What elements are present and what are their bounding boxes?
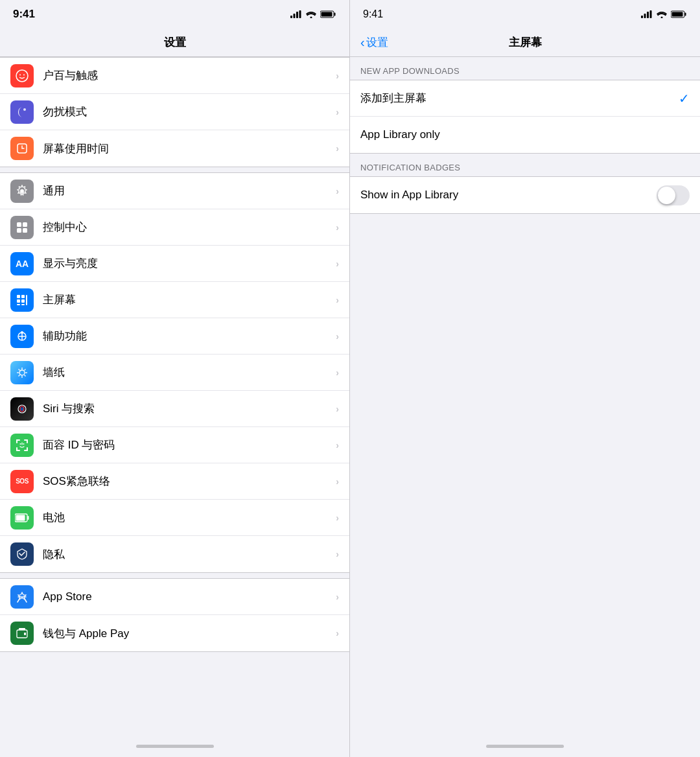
settings-item-dnd[interactable]: 勿扰模式 › xyxy=(0,94,349,130)
settings-item-home-screen[interactable]: 主屏幕 › xyxy=(0,282,349,318)
svg-rect-16 xyxy=(23,228,27,233)
left-panel: 9:41 设置 xyxy=(0,0,350,757)
settings-item-siri[interactable]: Siri 与搜索 › xyxy=(0,391,349,427)
svg-rect-52 xyxy=(28,516,29,520)
svg-rect-22 xyxy=(21,304,25,305)
dnd-icon xyxy=(10,100,34,124)
left-settings-list: 户百与触感 › 勿扰模式 › xyxy=(0,57,349,735)
settings-item-display[interactable]: AA 显示与亮度 › xyxy=(0,246,349,282)
screen-time-svg xyxy=(15,141,29,156)
right-spacer xyxy=(350,214,700,735)
add-to-home-checkmark: ✓ xyxy=(679,91,690,106)
svg-rect-46 xyxy=(16,447,18,451)
battery-chevron: › xyxy=(336,513,339,523)
settings-item-sos[interactable]: SOS SOS紧急联络 › xyxy=(0,463,349,500)
settings-item-appstore[interactable]: App Store › xyxy=(0,579,349,615)
separator-1 xyxy=(0,167,349,172)
dnd-svg xyxy=(15,105,29,119)
appstore-svg xyxy=(15,590,29,604)
svg-line-36 xyxy=(19,375,20,376)
left-home-bar xyxy=(136,745,214,748)
settings-item-accessibility[interactable]: 辅助功能 › xyxy=(0,318,349,355)
svg-rect-0 xyxy=(290,16,292,18)
svg-rect-47 xyxy=(27,447,28,451)
settings-item-control-center[interactable]: 控制中心 › xyxy=(0,209,349,246)
svg-rect-23 xyxy=(26,295,27,305)
section-2: 通用 › 控制中心 › AA xyxy=(0,172,349,573)
svg-rect-59 xyxy=(647,12,649,18)
svg-rect-58 xyxy=(644,14,646,18)
settings-item-wallpaper[interactable]: 墙纸 › xyxy=(0,355,349,391)
left-nav-bar: 设置 xyxy=(0,29,349,57)
settings-item-wallet[interactable]: 钱包与 Apple Pay › xyxy=(0,615,349,651)
control-svg xyxy=(15,220,29,235)
svg-rect-14 xyxy=(23,222,27,227)
control-center-icon xyxy=(10,216,34,239)
right-wifi-icon xyxy=(657,10,667,18)
settings-item-faceid[interactable]: 面容 ID 与密码 › xyxy=(0,427,349,463)
left-time: 9:41 xyxy=(13,8,35,21)
face-touch-chevron: › xyxy=(336,71,339,81)
svg-rect-19 xyxy=(17,299,20,303)
svg-point-48 xyxy=(20,443,21,445)
left-status-bar: 9:41 xyxy=(0,0,349,29)
svg-point-7 xyxy=(16,70,28,82)
option-add-to-home[interactable]: 添加到主屏幕 ✓ xyxy=(350,80,700,117)
svg-line-35 xyxy=(24,369,25,370)
settings-item-general[interactable]: 通用 › xyxy=(0,173,349,209)
left-nav-title: 设置 xyxy=(164,35,186,50)
wallpaper-svg xyxy=(15,366,29,380)
home-screen-icon xyxy=(10,288,34,312)
accessibility-svg xyxy=(15,329,29,344)
option-show-in-library[interactable]: Show in App Library xyxy=(350,177,700,213)
wallet-svg xyxy=(15,626,29,640)
svg-rect-55 xyxy=(19,628,25,630)
wallpaper-label: 墙纸 xyxy=(43,365,336,380)
show-in-library-toggle[interactable] xyxy=(657,185,690,205)
sos-label: SOS紧急联络 xyxy=(43,474,336,489)
settings-item-face-touch[interactable]: 户百与触感 › xyxy=(0,58,349,94)
siri-svg xyxy=(15,402,29,416)
appstore-icon xyxy=(10,585,34,609)
svg-rect-53 xyxy=(16,515,25,520)
settings-item-screen-time[interactable]: 屏幕使用时间 › xyxy=(0,130,349,167)
app-library-only-label: App Library only xyxy=(360,128,690,141)
svg-point-10 xyxy=(23,108,26,111)
svg-rect-63 xyxy=(672,12,683,17)
face-touch-svg xyxy=(15,69,29,83)
svg-rect-62 xyxy=(685,13,686,16)
general-chevron: › xyxy=(336,186,339,196)
appstore-chevron: › xyxy=(336,592,339,602)
svg-rect-5 xyxy=(334,13,336,16)
sos-chevron: › xyxy=(336,476,339,487)
svg-point-39 xyxy=(21,408,23,410)
back-label: 设置 xyxy=(366,35,388,50)
svg-rect-45 xyxy=(27,439,28,443)
option-app-library-only[interactable]: App Library only xyxy=(350,117,700,153)
privacy-svg xyxy=(15,547,29,561)
right-nav-title: 主屏幕 xyxy=(509,35,542,50)
siri-icon xyxy=(10,397,34,421)
wallpaper-chevron: › xyxy=(336,367,339,378)
svg-rect-6 xyxy=(321,12,332,17)
svg-rect-60 xyxy=(650,10,652,18)
settings-item-battery[interactable]: 电池 › xyxy=(0,500,349,536)
show-in-library-label: Show in App Library xyxy=(360,189,657,202)
wallet-icon xyxy=(10,622,34,645)
svg-rect-18 xyxy=(21,295,25,298)
sos-text: SOS xyxy=(16,478,29,485)
dnd-label: 勿扰模式 xyxy=(43,104,336,119)
section-1: 户百与触感 › 勿扰模式 › xyxy=(0,57,349,167)
settings-item-privacy[interactable]: 隐私 › xyxy=(0,536,349,572)
svg-rect-15 xyxy=(17,228,21,233)
general-svg xyxy=(15,184,29,198)
back-button[interactable]: ‹ 设置 xyxy=(360,35,388,50)
right-battery-icon xyxy=(671,10,687,18)
svg-rect-17 xyxy=(17,295,20,298)
svg-line-33 xyxy=(19,369,20,370)
right-panel: 9:41 ‹ 设置 主屏幕 xyxy=(350,0,700,757)
right-status-icons xyxy=(641,10,687,18)
privacy-label: 隐私 xyxy=(43,547,336,562)
home-screen-label: 主屏幕 xyxy=(43,292,336,307)
svg-line-34 xyxy=(24,375,25,376)
